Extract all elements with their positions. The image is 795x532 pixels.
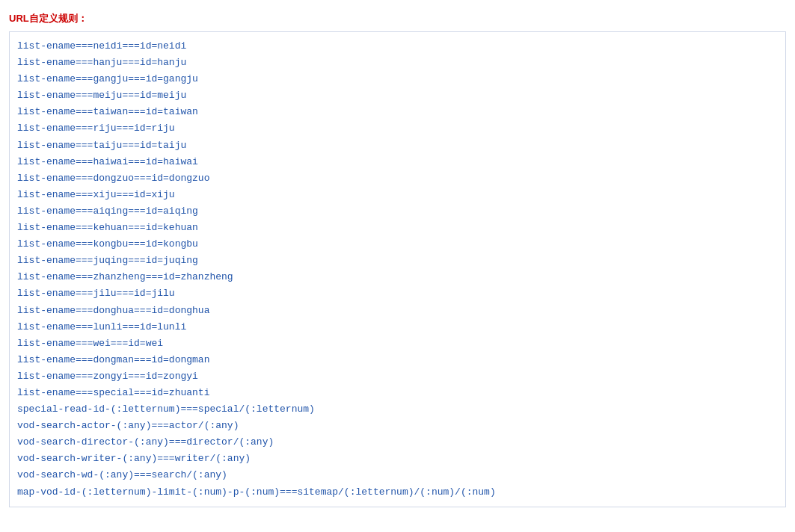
rule-item: list-ename===kehuan===id=kehuan xyxy=(17,220,778,236)
rule-item: list-ename===jilu===id=jilu xyxy=(17,285,778,302)
rule-item: list-ename===hanju===id=hanju xyxy=(17,55,778,71)
rule-item: list-ename===dongzuo===id=dongzuo xyxy=(17,170,778,187)
rule-item: vod-search-director-(:any)===director/(:… xyxy=(17,434,778,451)
rule-item: list-ename===gangju===id=gangju xyxy=(17,71,778,87)
rule-item: list-ename===taiju===id=taiju xyxy=(17,137,778,154)
rule-item: list-ename===xiju===id=xiju xyxy=(17,187,778,203)
rule-item: list-ename===haiwai===id=haiwai xyxy=(17,154,778,170)
rule-item: list-ename===special===id=zhuanti xyxy=(17,385,778,401)
rule-item: list-ename===donghua===id=donghua xyxy=(17,303,778,319)
section-header: URL自定义规则： xyxy=(0,7,795,31)
rule-item: map-vod-id-(:letternum)-limit-(:num)-p-(… xyxy=(17,484,778,501)
rule-item: list-ename===zongyi===id=zongyi xyxy=(17,368,778,385)
rule-item: vod-search-actor-(:any)===actor/(:any) xyxy=(17,418,778,434)
rule-item: list-ename===lunli===id=lunli xyxy=(17,319,778,335)
rule-item: list-ename===juqing===id=juqing xyxy=(17,253,778,269)
rules-container: list-ename===neidi===id=neidilist-ename=… xyxy=(9,31,786,507)
rule-item: vod-search-writer-(:any)===writer/(:any) xyxy=(17,451,778,467)
page-container: URL自定义规则： list-ename===neidi===id=neidil… xyxy=(0,0,795,532)
rule-item: list-ename===neidi===id=neidi xyxy=(17,38,778,55)
rule-item: list-ename===meiju===id=meiju xyxy=(17,87,778,104)
rule-item: list-ename===riju===id=riju xyxy=(17,120,778,137)
rule-item: vod-search-wd-(:any)===search/(:any) xyxy=(17,467,778,483)
rule-item: list-ename===aiqing===id=aiqing xyxy=(17,203,778,220)
rule-item: list-ename===dongman===id=dongman xyxy=(17,352,778,368)
rule-item: list-ename===wei===id=wei xyxy=(17,335,778,352)
rule-item: special-read-id-(:letternum)===special/(… xyxy=(17,401,778,418)
rule-item: list-ename===zhanzheng===id=zhanzheng xyxy=(17,269,778,285)
rule-item: list-ename===taiwan===id=taiwan xyxy=(17,104,778,120)
rule-item: list-ename===kongbu===id=kongbu xyxy=(17,236,778,253)
